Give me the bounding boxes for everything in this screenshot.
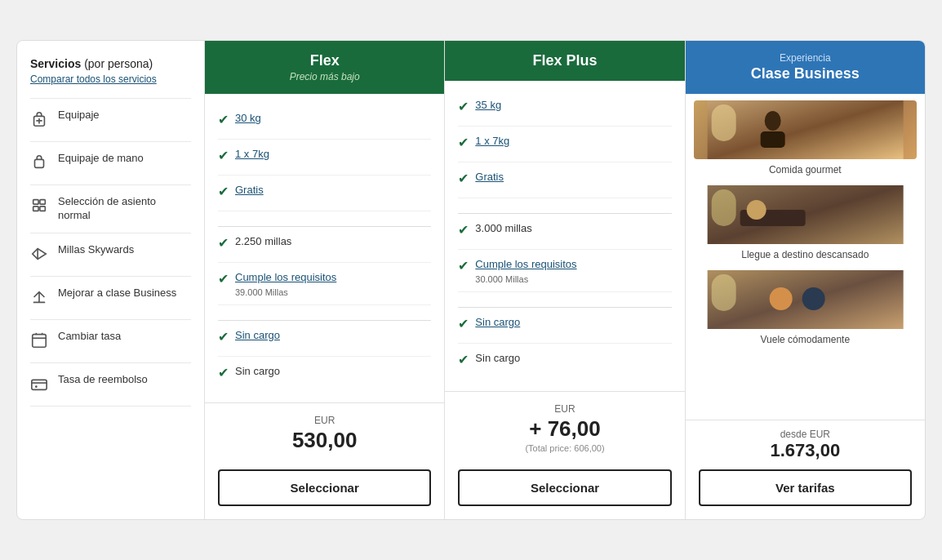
feature-sin-cargo-1[interactable]: Sin cargo — [475, 315, 520, 330]
sidebar-item-cambiar-tasa: Cambiar tasa — [30, 319, 191, 362]
plan-flex-title: Flex — [213, 52, 436, 69]
svg-rect-9 — [33, 302, 46, 304]
check-icon: ✔ — [458, 99, 469, 114]
svg-rect-4 — [33, 200, 38, 205]
feature-item: ✔ Gratis — [458, 162, 671, 198]
plan-flex-header: Flex Precio más bajo — [205, 41, 444, 94]
biz-image-label: Llegue a destino descansado — [741, 247, 869, 264]
feature-sin-cargo-1[interactable]: Sin cargo — [235, 328, 280, 343]
hand-luggage-icon — [30, 153, 48, 175]
sidebar-item-label: Mejorar a clase Business — [58, 287, 176, 300]
feature-gratis[interactable]: Gratis — [475, 170, 504, 184]
check-icon: ✔ — [458, 352, 469, 367]
ver-tarifas-button[interactable]: Ver tarifas — [699, 469, 912, 506]
plan-business-supertitle: Experiencia — [694, 52, 917, 64]
calendar-icon — [30, 331, 48, 353]
check-icon: ✔ — [458, 222, 469, 238]
luggage-icon — [30, 110, 48, 131]
biz-image-comfort: Vuele cómodamente — [694, 270, 917, 349]
refund-icon — [30, 375, 48, 396]
biz-img-comfort — [694, 270, 917, 329]
plan-flex-plus-features: ✔ 35 kg ✔ 1 x 7kg ✔ Gratis — [445, 81, 684, 390]
feature-millas: 2.250 millas — [235, 234, 291, 249]
check-icon: ✔ — [218, 112, 229, 127]
svg-point-16 — [35, 385, 38, 388]
feature-item: ✔ 35 kg — [458, 91, 671, 127]
feature-item: ✔ Sin cargo — [218, 357, 431, 393]
price-amount: + 76,00 — [453, 416, 676, 442]
check-icon: ✔ — [218, 148, 229, 163]
price-currency: EUR — [453, 403, 676, 415]
feature-item: ✔ Sin cargo — [458, 308, 671, 344]
plan-flex: Flex Precio más bajo ✔ 30 kg ✔ 1 x 7kg — [205, 41, 445, 518]
sidebar-item-equipaje: Equipaje — [30, 98, 191, 141]
feature-separator — [458, 198, 671, 214]
svg-rect-6 — [33, 207, 38, 211]
feature-1x7kg[interactable]: 1 x 7kg — [235, 147, 269, 162]
biz-image-gourmet: Comida gourmet — [694, 100, 917, 179]
feature-sub: 39.000 Millas — [235, 287, 336, 297]
feature-1x7kg[interactable]: 1 x 7kg — [475, 134, 509, 149]
plan-flex-plus-price: EUR + 76,00 (Total price: 606,00) — [445, 391, 684, 461]
feature-cumple[interactable]: Cumple los requisitos — [235, 270, 336, 285]
svg-rect-18 — [711, 104, 735, 141]
svg-point-28 — [802, 287, 824, 310]
check-icon: ✔ — [458, 316, 469, 331]
plan-flex-plus-button-wrap: Seleccionar — [445, 461, 684, 519]
svg-rect-26 — [711, 274, 735, 311]
feature-separator — [218, 211, 431, 227]
price-total: (Total price: 606,00) — [453, 443, 676, 453]
sidebar-title: Servicios (por persona) — [30, 57, 191, 70]
biz-img-rest — [694, 185, 917, 244]
sidebar-item-label: Millas Skywards — [58, 243, 134, 257]
feature-item: ✔ 30 kg — [218, 104, 431, 140]
feature-millas: 3.000 millas — [475, 221, 531, 236]
svg-rect-7 — [40, 207, 45, 211]
check-icon: ✔ — [218, 184, 229, 199]
select-flex-plus-button[interactable]: Seleccionar — [458, 469, 671, 506]
svg-rect-20 — [760, 131, 784, 148]
svg-rect-17 — [707, 100, 903, 159]
sidebar-item-label: Equipaje — [58, 109, 100, 122]
compare-link[interactable]: Comparar todos los servicios — [30, 73, 191, 85]
check-icon: ✔ — [458, 171, 469, 186]
check-icon: ✔ — [218, 365, 229, 380]
business-price-amount: 1.673,00 — [694, 440, 917, 461]
select-flex-button[interactable]: Seleccionar — [218, 469, 431, 506]
feature-sub: 30.000 Millas — [475, 274, 576, 284]
plan-flex-button-wrap: Seleccionar — [205, 461, 444, 519]
sidebar: Servicios (por persona) Comparar todos l… — [17, 41, 205, 518]
miles-icon — [30, 245, 48, 266]
business-price: desde EUR 1.673,00 — [686, 420, 925, 461]
feature-item: ✔ Cumple los requisitos 39.000 Millas — [218, 263, 431, 304]
sidebar-item-equipaje-mano: Equipaje de mano — [30, 141, 191, 184]
feature-sin-cargo-2: Sin cargo — [475, 351, 520, 366]
feature-gratis[interactable]: Gratis — [235, 183, 264, 198]
plan-flex-plus-title: Flex Plus — [453, 52, 676, 69]
price-currency: EUR — [213, 415, 436, 426]
pricing-card: Servicios (por persona) Comparar todos l… — [16, 40, 926, 519]
plan-business-header: Experiencia Clase Business — [686, 41, 925, 94]
feature-30kg[interactable]: 30 kg — [235, 111, 261, 126]
plan-flex-plus-header: Flex Plus — [445, 41, 684, 81]
check-icon: ✔ — [218, 235, 229, 251]
svg-rect-14 — [32, 380, 47, 390]
feature-35kg[interactable]: 35 kg — [475, 98, 501, 113]
check-icon: ✔ — [458, 135, 469, 150]
svg-point-27 — [769, 287, 792, 310]
feature-item: ✔ 1 x 7kg — [218, 140, 431, 176]
sidebar-item-label: Selección de asiento normal — [58, 195, 191, 223]
feature-cumple[interactable]: Cumple los requisitos — [475, 257, 576, 272]
svg-point-24 — [746, 200, 766, 220]
feature-item: ✔ Sin cargo — [458, 344, 671, 380]
biz-image-label: Vuele cómodamente — [761, 332, 851, 349]
sidebar-item-label: Equipaje de mano — [58, 152, 144, 166]
svg-rect-22 — [711, 189, 735, 226]
feature-separator — [458, 292, 671, 308]
biz-img-gourmet — [694, 100, 917, 159]
business-images: Comida gourmet — [686, 94, 925, 419]
svg-rect-5 — [40, 200, 45, 205]
seat-icon — [30, 197, 48, 218]
plan-flex-subtitle: Precio más bajo — [213, 71, 436, 82]
check-icon: ✔ — [218, 271, 229, 287]
